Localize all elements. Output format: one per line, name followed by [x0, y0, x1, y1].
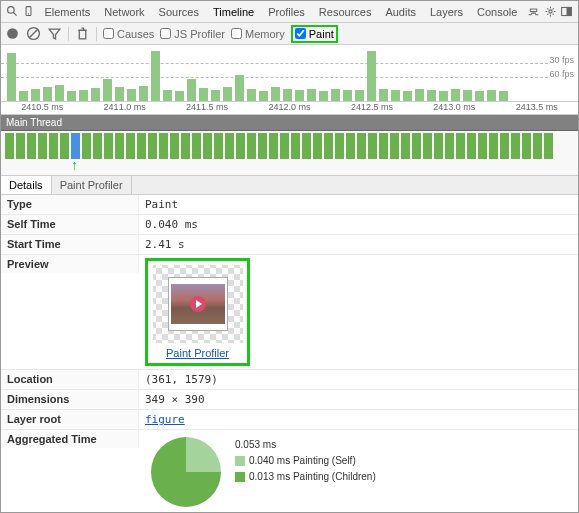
drawer-icon[interactable] — [526, 4, 541, 20]
fps-60-label: 60 fps — [549, 67, 574, 81]
gear-icon[interactable] — [543, 4, 558, 20]
axis-tick: 2411.5 ms — [166, 102, 248, 114]
paint-profiler-link[interactable]: Paint Profiler — [166, 347, 229, 359]
axis-tick: 2413.0 ms — [413, 102, 495, 114]
jsprofiler-checkbox[interactable]: JS Profiler — [160, 28, 225, 40]
play-icon — [190, 296, 206, 312]
separator — [68, 27, 69, 41]
main-tabs: Elements Network Sources Timeline Profil… — [37, 3, 524, 20]
agg-self: 0.040 ms Painting (Self) — [235, 453, 376, 469]
paint-checkbox-highlight: Paint — [291, 25, 338, 43]
svg-line-1 — [13, 12, 16, 15]
gc-icon[interactable] — [75, 26, 90, 41]
svg-point-0 — [8, 7, 15, 14]
tab-network[interactable]: Network — [97, 3, 151, 20]
aggregated-legend: 0.053 ms 0.040 ms Painting (Self) 0.013 … — [235, 437, 376, 507]
svg-line-10 — [29, 29, 38, 38]
filter-icon[interactable] — [47, 26, 62, 41]
record-icon[interactable] — [5, 26, 20, 41]
svg-point-3 — [28, 13, 29, 14]
aggregated-key: Aggregated Time — [1, 430, 139, 448]
clear-icon[interactable] — [26, 26, 41, 41]
devtools-topbar: Elements Network Sources Timeline Profil… — [1, 1, 578, 23]
tab-paint-profiler[interactable]: Paint Profiler — [52, 176, 132, 194]
overview-axis: 2410.5 ms 2411.0 ms 2411.5 ms 2412.0 ms … — [1, 101, 578, 114]
preview-key: Preview — [1, 255, 139, 273]
svg-rect-11 — [79, 30, 85, 39]
starttime-key: Start Time — [1, 235, 139, 253]
dock-icon[interactable] — [559, 4, 574, 20]
svg-rect-4 — [531, 9, 538, 11]
agg-total: 0.053 ms — [235, 437, 376, 453]
separator — [96, 27, 97, 41]
aggregated-pie-chart — [151, 437, 221, 507]
dimensions-value: 349 × 390 — [139, 390, 578, 409]
tab-details[interactable]: Details — [1, 176, 52, 194]
tab-audits[interactable]: Audits — [378, 3, 423, 20]
jsprofiler-label: JS Profiler — [174, 28, 225, 40]
selection-arrow-icon: ↑ — [71, 157, 78, 173]
tab-console[interactable]: Console — [470, 3, 524, 20]
preview-thumbnail[interactable] — [153, 265, 243, 343]
tab-resources[interactable]: Resources — [312, 3, 379, 20]
memory-label: Memory — [245, 28, 285, 40]
tab-profiles[interactable]: Profiles — [261, 3, 312, 20]
axis-tick: 2410.5 ms — [1, 102, 83, 114]
details-panel: TypePaint Self Time0.040 ms Start Time2.… — [1, 195, 578, 513]
starttime-value: 2.41 s — [139, 235, 578, 254]
axis-tick: 2412.5 ms — [331, 102, 413, 114]
timeline-toolbar: Causes JS Profiler Memory Paint — [1, 23, 578, 45]
axis-tick: 2412.0 ms — [248, 102, 330, 114]
device-icon[interactable] — [21, 4, 36, 20]
location-key: Location — [1, 370, 139, 388]
causes-label: Causes — [117, 28, 154, 40]
tab-elements[interactable]: Elements — [37, 3, 97, 20]
search-icon[interactable] — [5, 4, 20, 20]
mainthread-pane[interactable]: ↑ — [1, 131, 578, 176]
svg-rect-7 — [566, 7, 571, 15]
agg-children: 0.013 ms Painting (Children) — [235, 469, 376, 485]
preview-highlight: Paint Profiler — [145, 258, 250, 366]
tab-timeline[interactable]: Timeline — [206, 3, 261, 20]
tab-layers[interactable]: Layers — [423, 3, 470, 20]
location-value: (361, 1579) — [139, 370, 578, 389]
axis-tick: 2413.5 ms — [496, 102, 578, 114]
paint-label: Paint — [309, 28, 334, 40]
tab-sources[interactable]: Sources — [152, 3, 206, 20]
dimensions-key: Dimensions — [1, 390, 139, 408]
svg-point-8 — [7, 28, 18, 39]
svg-point-5 — [549, 10, 552, 13]
type-key: Type — [1, 195, 139, 213]
overview-pane[interactable]: 30 fps 60 fps 2410.5 ms 2411.0 ms 2411.5… — [1, 45, 578, 115]
overview-bars — [7, 51, 543, 101]
layerroot-key: Layer root — [1, 410, 139, 428]
paint-checkbox[interactable]: Paint — [295, 28, 334, 40]
selftime-value: 0.040 ms — [139, 215, 578, 234]
axis-tick: 2411.0 ms — [83, 102, 165, 114]
causes-checkbox[interactable]: Causes — [103, 28, 154, 40]
fps-30-label: 30 fps — [549, 53, 574, 67]
mainthread-header: Main Thread — [1, 115, 578, 131]
detail-tabs: Details Paint Profiler — [1, 176, 578, 195]
type-value: Paint — [139, 195, 578, 214]
layerroot-link[interactable]: figure — [145, 413, 185, 426]
mainthread-bars — [5, 133, 574, 163]
memory-checkbox[interactable]: Memory — [231, 28, 285, 40]
selftime-key: Self Time — [1, 215, 139, 233]
